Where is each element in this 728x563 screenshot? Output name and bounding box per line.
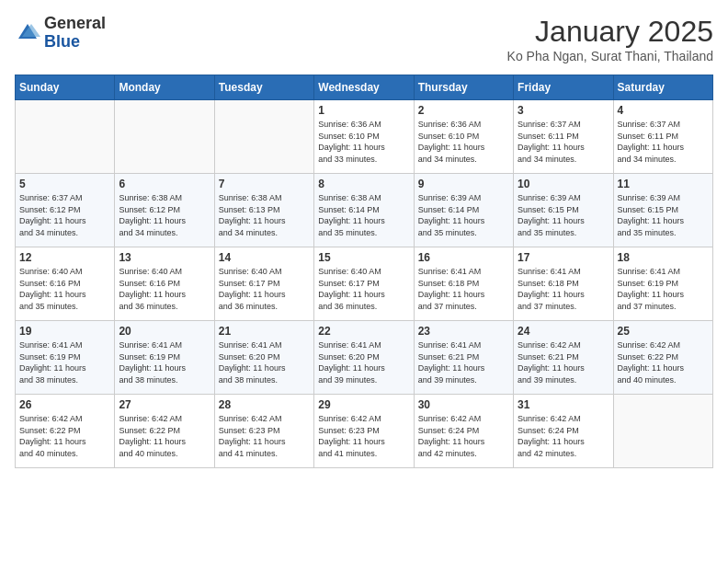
calendar-cell: 4Sunrise: 6:37 AM Sunset: 6:11 PM Daylig…: [613, 100, 712, 174]
calendar-cell: 3Sunrise: 6:37 AM Sunset: 6:11 PM Daylig…: [514, 100, 613, 174]
day-info: Sunrise: 6:39 AM Sunset: 6:14 PM Dayligh…: [418, 192, 509, 238]
calendar-week-5: 26Sunrise: 6:42 AM Sunset: 6:22 PM Dayli…: [16, 395, 713, 468]
calendar-cell: 6Sunrise: 6:38 AM Sunset: 6:12 PM Daylig…: [115, 174, 214, 247]
logo-icon: [15, 20, 40, 46]
day-number: 29: [318, 398, 409, 411]
day-number: 27: [119, 398, 210, 411]
day-info: Sunrise: 6:42 AM Sunset: 6:24 PM Dayligh…: [418, 413, 509, 459]
calendar-week-2: 5Sunrise: 6:37 AM Sunset: 6:12 PM Daylig…: [16, 174, 713, 247]
day-info: Sunrise: 6:41 AM Sunset: 6:18 PM Dayligh…: [418, 266, 509, 312]
calendar-cell: 11Sunrise: 6:39 AM Sunset: 6:15 PM Dayli…: [613, 174, 712, 247]
day-number: 16: [418, 251, 509, 264]
day-number: 13: [119, 251, 210, 264]
day-number: 17: [518, 251, 609, 264]
day-number: 2: [418, 104, 509, 117]
calendar-cell: 28Sunrise: 6:42 AM Sunset: 6:23 PM Dayli…: [214, 395, 313, 468]
day-info: Sunrise: 6:41 AM Sunset: 6:19 PM Dayligh…: [19, 339, 110, 385]
logo: General Blue: [15, 15, 106, 52]
day-number: 1: [318, 104, 409, 117]
day-number: 6: [119, 178, 210, 190]
day-info: Sunrise: 6:38 AM Sunset: 6:12 PM Dayligh…: [119, 192, 210, 238]
calendar-cell: 19Sunrise: 6:41 AM Sunset: 6:19 PM Dayli…: [16, 321, 115, 395]
day-info: Sunrise: 6:36 AM Sunset: 6:10 PM Dayligh…: [318, 119, 409, 165]
calendar-header-monday: Monday: [115, 75, 214, 100]
day-info: Sunrise: 6:37 AM Sunset: 6:11 PM Dayligh…: [518, 119, 609, 165]
calendar-cell: 25Sunrise: 6:42 AM Sunset: 6:22 PM Dayli…: [613, 321, 712, 395]
day-info: Sunrise: 6:42 AM Sunset: 6:21 PM Dayligh…: [518, 339, 609, 385]
day-info: Sunrise: 6:40 AM Sunset: 6:16 PM Dayligh…: [119, 266, 210, 312]
calendar-cell: 12Sunrise: 6:40 AM Sunset: 6:16 PM Dayli…: [16, 247, 115, 321]
day-info: Sunrise: 6:39 AM Sunset: 6:15 PM Dayligh…: [518, 192, 609, 238]
day-info: Sunrise: 6:41 AM Sunset: 6:18 PM Dayligh…: [518, 266, 609, 312]
calendar-cell: 18Sunrise: 6:41 AM Sunset: 6:19 PM Dayli…: [613, 247, 712, 321]
day-number: 30: [418, 398, 509, 411]
day-info: Sunrise: 6:37 AM Sunset: 6:11 PM Dayligh…: [618, 119, 709, 165]
day-info: Sunrise: 6:40 AM Sunset: 6:16 PM Dayligh…: [19, 266, 110, 312]
calendar-header-wednesday: Wednesday: [314, 75, 414, 100]
day-number: 31: [518, 398, 609, 411]
calendar-cell: 10Sunrise: 6:39 AM Sunset: 6:15 PM Dayli…: [514, 174, 613, 247]
calendar-cell: 31Sunrise: 6:42 AM Sunset: 6:24 PM Dayli…: [514, 395, 613, 468]
day-number: 26: [19, 398, 110, 411]
day-number: 14: [219, 251, 310, 264]
day-number: 12: [19, 251, 110, 264]
page-header: General Blue January 2025 Ko Pha Ngan, S…: [15, 15, 713, 63]
calendar-cell: 27Sunrise: 6:42 AM Sunset: 6:22 PM Dayli…: [115, 395, 214, 468]
day-info: Sunrise: 6:39 AM Sunset: 6:15 PM Dayligh…: [618, 192, 709, 238]
day-info: Sunrise: 6:41 AM Sunset: 6:21 PM Dayligh…: [418, 339, 509, 385]
day-info: Sunrise: 6:41 AM Sunset: 6:20 PM Dayligh…: [219, 339, 310, 385]
day-number: 11: [618, 178, 709, 190]
day-number: 7: [219, 178, 310, 190]
day-info: Sunrise: 6:42 AM Sunset: 6:22 PM Dayligh…: [19, 413, 110, 459]
calendar-header-row: SundayMondayTuesdayWednesdayThursdayFrid…: [16, 75, 713, 100]
day-info: Sunrise: 6:41 AM Sunset: 6:20 PM Dayligh…: [318, 339, 409, 385]
title-block: January 2025 Ko Pha Ngan, Surat Thani, T…: [507, 15, 713, 63]
day-info: Sunrise: 6:40 AM Sunset: 6:17 PM Dayligh…: [219, 266, 310, 312]
calendar-cell: 22Sunrise: 6:41 AM Sunset: 6:20 PM Dayli…: [314, 321, 414, 395]
day-number: 21: [219, 325, 310, 338]
calendar-cell: 24Sunrise: 6:42 AM Sunset: 6:21 PM Dayli…: [514, 321, 613, 395]
day-info: Sunrise: 6:41 AM Sunset: 6:19 PM Dayligh…: [119, 339, 210, 385]
logo-blue: Blue: [44, 32, 80, 51]
calendar-header-tuesday: Tuesday: [214, 75, 313, 100]
calendar-cell: 9Sunrise: 6:39 AM Sunset: 6:14 PM Daylig…: [414, 174, 513, 247]
day-number: 23: [418, 325, 509, 338]
logo-general: General: [44, 14, 106, 32]
day-number: 4: [618, 104, 709, 117]
calendar-week-3: 12Sunrise: 6:40 AM Sunset: 6:16 PM Dayli…: [16, 247, 713, 321]
day-number: 25: [618, 325, 709, 338]
calendar-cell: [16, 100, 115, 174]
calendar-cell: 17Sunrise: 6:41 AM Sunset: 6:18 PM Dayli…: [514, 247, 613, 321]
calendar-cell: 15Sunrise: 6:40 AM Sunset: 6:17 PM Dayli…: [314, 247, 414, 321]
day-number: 18: [618, 251, 709, 264]
day-info: Sunrise: 6:42 AM Sunset: 6:24 PM Dayligh…: [518, 413, 609, 459]
day-info: Sunrise: 6:42 AM Sunset: 6:22 PM Dayligh…: [618, 339, 709, 385]
day-number: 8: [318, 178, 409, 190]
calendar-header-saturday: Saturday: [613, 75, 712, 100]
calendar-table: SundayMondayTuesdayWednesdayThursdayFrid…: [15, 75, 713, 468]
day-number: 10: [518, 178, 609, 190]
day-info: Sunrise: 6:41 AM Sunset: 6:19 PM Dayligh…: [618, 266, 709, 312]
calendar-cell: 7Sunrise: 6:38 AM Sunset: 6:13 PM Daylig…: [214, 174, 313, 247]
calendar-cell: 29Sunrise: 6:42 AM Sunset: 6:23 PM Dayli…: [314, 395, 414, 468]
day-number: 5: [19, 178, 110, 190]
calendar-cell: 16Sunrise: 6:41 AM Sunset: 6:18 PM Dayli…: [414, 247, 513, 321]
calendar-cell: 26Sunrise: 6:42 AM Sunset: 6:22 PM Dayli…: [16, 395, 115, 468]
location-subtitle: Ko Pha Ngan, Surat Thani, Thailand: [507, 49, 713, 63]
month-title: January 2025: [507, 15, 713, 49]
calendar-header-thursday: Thursday: [414, 75, 513, 100]
calendar-week-1: 1Sunrise: 6:36 AM Sunset: 6:10 PM Daylig…: [16, 100, 713, 174]
calendar-cell: 20Sunrise: 6:41 AM Sunset: 6:19 PM Dayli…: [115, 321, 214, 395]
logo-text: General Blue: [44, 15, 106, 52]
day-number: 19: [19, 325, 110, 338]
day-info: Sunrise: 6:38 AM Sunset: 6:13 PM Dayligh…: [219, 192, 310, 238]
day-number: 20: [119, 325, 210, 338]
day-info: Sunrise: 6:42 AM Sunset: 6:23 PM Dayligh…: [219, 413, 310, 459]
calendar-week-4: 19Sunrise: 6:41 AM Sunset: 6:19 PM Dayli…: [16, 321, 713, 395]
calendar-cell: [613, 395, 712, 468]
day-number: 3: [518, 104, 609, 117]
calendar-header-sunday: Sunday: [16, 75, 115, 100]
calendar-cell: 2Sunrise: 6:36 AM Sunset: 6:10 PM Daylig…: [414, 100, 513, 174]
calendar-cell: 21Sunrise: 6:41 AM Sunset: 6:20 PM Dayli…: [214, 321, 313, 395]
day-info: Sunrise: 6:36 AM Sunset: 6:10 PM Dayligh…: [418, 119, 509, 165]
